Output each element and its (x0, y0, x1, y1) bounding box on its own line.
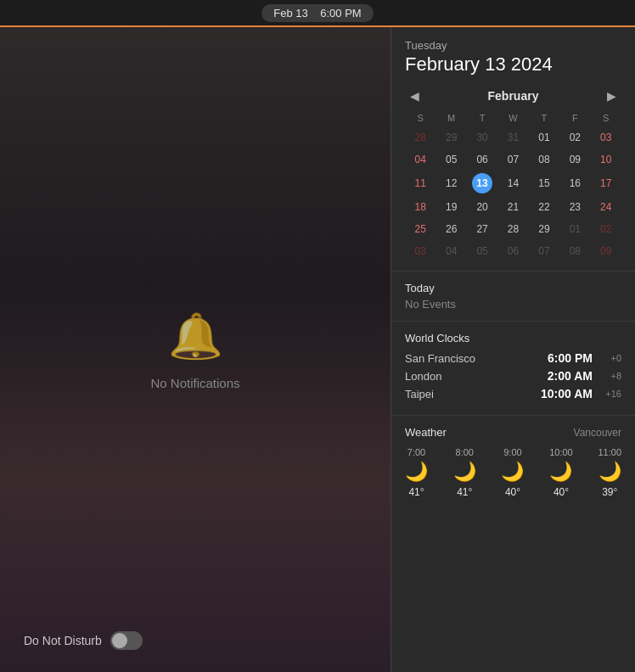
dnd-toggle[interactable] (110, 631, 143, 650)
calendar-day[interactable]: 31 (497, 126, 528, 148)
clock-time: 10:00 AM (541, 387, 593, 400)
clock-time: 2:00 AM (548, 369, 593, 383)
calendar-day[interactable]: 11 (405, 171, 436, 196)
clock-time: 6:00 PM (548, 351, 593, 365)
clock-city: Taipei (405, 388, 541, 400)
weather-hour-col: 11:00🌙39° (598, 447, 621, 498)
clock-row: Taipei10:00 AM+16 (405, 387, 621, 400)
calendar-day[interactable]: 12 (436, 171, 466, 196)
calendar-full-date: February 13 2024 (405, 53, 621, 76)
time-display: 6:00 PM (320, 7, 361, 20)
clock-offset: +16 (598, 389, 621, 399)
dnd-label: Do Not Disturb (24, 634, 102, 647)
weather-header: Weather Vancouver (405, 426, 621, 439)
weather-section: Weather Vancouver 7:00🌙41°8:00🌙41°9:00🌙4… (391, 416, 635, 512)
calendar-day[interactable]: 25 (405, 218, 436, 240)
weather-hour-icon: 🌙 (405, 461, 428, 483)
calendar-day[interactable]: 29 (436, 126, 466, 148)
weekday-header: W (497, 111, 528, 126)
right-panel: Tuesday February 13 2024 ◀ February ▶ SM… (391, 27, 635, 672)
weather-hour-icon: 🌙 (549, 461, 572, 483)
weather-hour-temp: 41° (457, 486, 472, 498)
calendar-day[interactable]: 07 (497, 148, 528, 171)
clock-city: London (405, 370, 548, 383)
calendar-day[interactable]: 02 (591, 218, 621, 240)
clock-row: San Francisco6:00 PM+0 (405, 351, 621, 365)
weather-hour-time: 10:00 (549, 447, 573, 457)
weather-hour-temp: 40° (554, 486, 569, 498)
prev-month-button[interactable]: ◀ (405, 87, 424, 104)
calendar-day[interactable]: 21 (497, 196, 528, 218)
calendar-day[interactable]: 05 (467, 240, 497, 262)
calendar-day[interactable]: 05 (436, 148, 466, 171)
calendar-section: Tuesday February 13 2024 ◀ February ▶ SM… (391, 27, 635, 272)
weather-hourly: 7:00🌙41°8:00🌙41°9:00🌙40°10:00🌙40°11:00🌙3… (405, 447, 621, 498)
weather-hour-temp: 41° (408, 486, 424, 498)
top-bar: Feb 13 6:00 PM (0, 0, 635, 25)
calendar-day-name: Tuesday (405, 39, 621, 52)
calendar-day[interactable]: 26 (436, 218, 466, 240)
no-notifications-label: No Notifications (150, 376, 239, 390)
clock-row: London2:00 AM+8 (405, 369, 621, 383)
calendar-day[interactable]: 07 (529, 240, 559, 262)
calendar-day[interactable]: 22 (529, 196, 559, 218)
calendar-day[interactable]: 06 (467, 148, 497, 171)
calendar-day[interactable]: 09 (559, 148, 590, 171)
clock-offset: +8 (598, 371, 621, 381)
dnd-bar: Do Not Disturb (24, 631, 143, 650)
calendar-day[interactable]: 15 (529, 171, 559, 196)
weather-hour-col: 7:00🌙41° (405, 447, 428, 498)
weather-hour-time: 9:00 (503, 447, 521, 457)
clocks-title: World Clocks (405, 332, 621, 344)
weather-hour-col: 8:00🌙41° (453, 447, 476, 498)
calendar-day[interactable]: 08 (559, 240, 590, 262)
calendar-day[interactable]: 03 (591, 126, 621, 148)
calendar-day[interactable]: 09 (591, 240, 621, 262)
weekday-header: S (591, 111, 621, 126)
weather-location: Vancouver (574, 427, 621, 439)
date-display: Feb 13 (273, 7, 307, 20)
calendar-day[interactable]: 20 (467, 196, 497, 218)
clocks-list: San Francisco6:00 PM+0London2:00 AM+8Tai… (405, 351, 621, 400)
main-area: 🔔 No Notifications Do Not Disturb Tuesda… (0, 25, 635, 672)
calendar-day[interactable]: 28 (497, 218, 528, 240)
calendar-day[interactable]: 29 (529, 218, 559, 240)
weather-hour-icon: 🌙 (501, 461, 524, 483)
calendar-day[interactable]: 17 (591, 171, 621, 196)
calendar-day[interactable]: 13 (467, 171, 497, 196)
weather-title: Weather (405, 426, 447, 439)
calendar-day[interactable]: 30 (467, 126, 497, 148)
calendar-grid: SMTWTFS 28293031010203040506070809101112… (405, 111, 621, 262)
weather-hour-temp: 39° (602, 486, 617, 498)
calendar-day[interactable]: 08 (529, 148, 559, 171)
calendar-day[interactable]: 18 (405, 196, 436, 218)
calendar-day[interactable]: 02 (559, 126, 590, 148)
calendar-day[interactable]: 01 (529, 126, 559, 148)
calendar-day[interactable]: 03 (405, 240, 436, 262)
calendar-day[interactable]: 19 (436, 196, 466, 218)
weather-hour-temp: 40° (505, 486, 520, 498)
calendar-day[interactable]: 04 (436, 240, 466, 262)
next-month-button[interactable]: ▶ (602, 87, 621, 104)
calendar-day[interactable]: 10 (591, 148, 621, 171)
weather-hour-col: 10:00🌙40° (549, 447, 573, 498)
calendar-day[interactable]: 01 (559, 218, 590, 240)
calendar-day[interactable]: 24 (591, 196, 621, 218)
calendar-day[interactable]: 23 (559, 196, 590, 218)
weekday-header: T (529, 111, 559, 126)
bell-icon: 🔔 (168, 311, 223, 362)
calendar-day[interactable]: 16 (559, 171, 590, 196)
calendar-day[interactable]: 14 (497, 171, 528, 196)
weekday-header: F (559, 111, 590, 126)
calendar-day[interactable]: 06 (497, 240, 528, 262)
weekday-header: T (467, 111, 497, 126)
weather-hour-time: 8:00 (456, 447, 474, 457)
no-events-text: No Events (405, 298, 621, 311)
calendar-day[interactable]: 28 (405, 126, 436, 148)
events-section: Today No Events (391, 272, 635, 322)
toggle-knob (112, 633, 127, 648)
calendar-day[interactable]: 27 (467, 218, 497, 240)
calendar-day[interactable]: 04 (405, 148, 436, 171)
month-nav: ◀ February ▶ (405, 87, 621, 104)
weekday-header: M (436, 111, 466, 126)
